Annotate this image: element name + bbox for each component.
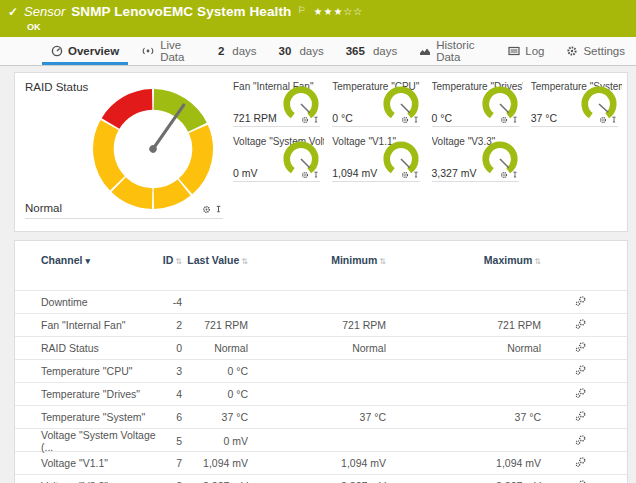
tab-label: days [299, 45, 323, 57]
tab-label: days [373, 45, 397, 57]
gauge-icon [51, 45, 63, 57]
last-value-cell: 721 RPM [182, 319, 248, 331]
last-value-cell: 0 mV [182, 435, 248, 447]
channel-gauge-card[interactable]: Temperature "System" 37 °C [529, 76, 622, 131]
minimum-cell: 721 RPM [248, 319, 386, 331]
channel-settings-icon[interactable] [575, 479, 587, 483]
pin-icon[interactable] [312, 171, 320, 179]
historic-data-icon [419, 45, 431, 57]
raid-status-gauge [91, 87, 215, 211]
table-row[interactable]: Voltage "System Voltage (... 5 0 mV [15, 428, 627, 451]
column-header-minimum[interactable]: Minimum⇅ [248, 254, 386, 267]
channel-cell: Fan "Internal Fan" [41, 319, 156, 331]
gauge-value: 37 °C [531, 112, 557, 124]
last-value-cell: 37 °C [182, 411, 248, 423]
gauge-value: 0 mV [233, 167, 258, 179]
gear-icon[interactable] [301, 171, 309, 179]
sort-icon: ⇅ [379, 257, 386, 266]
sensor-kind-label: Sensor [24, 4, 65, 19]
tab-live-data[interactable]: Live Data [130, 37, 207, 65]
channel-cell: Temperature "Drives" [41, 388, 156, 400]
raid-gauge-title: RAID Status [25, 81, 88, 93]
gear-icon[interactable] [301, 116, 309, 124]
tab-overview[interactable]: Overview [40, 37, 130, 65]
raid-gauge-segment-green [154, 99, 198, 127]
table-row[interactable]: Temperature "Drives" 4 0 °C [15, 382, 627, 405]
channel-cell: RAID Status [41, 342, 156, 354]
raid-gauge-segment-yellow [103, 125, 117, 183]
tab-number: 30 [279, 45, 292, 57]
channel-settings-icon[interactable] [575, 318, 587, 332]
gear-icon[interactable] [202, 205, 211, 214]
channel-cell: Voltage "System Voltage (... [41, 429, 156, 453]
tab-settings[interactable]: Settings [555, 37, 636, 65]
table-row[interactable]: Temperature "System" 6 37 °C 37 °C 37 °C [15, 405, 627, 428]
table-row[interactable]: Fan "Internal Fan" 2 721 RPM 721 RPM 721… [15, 313, 627, 336]
channel-settings-icon[interactable] [575, 364, 587, 378]
tab-2-days[interactable]: 2 days [207, 37, 268, 65]
table-header-row: Channel▾ ID⇅ Last Value⇅ Minimum⇅ Maximu… [15, 251, 627, 290]
last-value-cell: 0 °C [182, 388, 248, 400]
last-value-cell: Normal [182, 342, 248, 354]
gear-icon[interactable] [500, 116, 508, 124]
sensor-title: SNMP LenovoEMC System Health [71, 4, 291, 19]
channel-settings-icon[interactable] [575, 434, 587, 448]
gear-icon[interactable] [599, 116, 607, 124]
column-header-id[interactable]: ID⇅ [156, 254, 182, 267]
pin-icon[interactable] [312, 116, 320, 124]
table-row[interactable]: Voltage "V1.1" 7 1,094 mV 1,094 mV 1,094… [15, 451, 627, 474]
channel-cell: Downtime [41, 296, 156, 308]
table-row[interactable]: Voltage "V3.3" 8 3,327 mV 3,327 mV 3,327… [15, 474, 627, 483]
channel-settings-icon[interactable] [575, 387, 587, 401]
maximum-cell: 721 RPM [386, 319, 541, 331]
tab-historic-data[interactable]: Historic Data [408, 37, 497, 65]
pin-icon[interactable] [412, 116, 420, 124]
channel-settings-icon[interactable] [575, 456, 587, 470]
sort-icon: ⇅ [241, 257, 248, 266]
pin-icon[interactable] [511, 171, 519, 179]
maximum-cell: 37 °C [386, 411, 541, 423]
priority-stars[interactable]: ★★★☆☆ [313, 6, 363, 17]
channel-gauge-card[interactable]: Voltage "System Voltage (12... 0 mV [231, 131, 324, 186]
gear-icon[interactable] [401, 171, 409, 179]
channel-gauge-card[interactable]: Voltage "V3.3" 3,327 mV [430, 131, 523, 186]
channel-settings-icon[interactable] [575, 341, 587, 355]
pin-icon[interactable] [214, 205, 223, 214]
tab-label: Historic Data [436, 39, 486, 63]
channel-gauge-card[interactable]: Voltage "V1.1" 1,094 mV [330, 131, 423, 186]
flag-icon[interactable]: ⚐ [297, 5, 305, 15]
tab-365-days[interactable]: 365 days [335, 37, 408, 65]
pin-icon[interactable] [412, 171, 420, 179]
raid-gauge-segment-yellow [186, 129, 203, 187]
gauge-value: 721 RPM [233, 112, 277, 124]
gear-icon[interactable] [401, 116, 409, 124]
channel-table: Channel▾ ID⇅ Last Value⇅ Minimum⇅ Maximu… [15, 251, 627, 483]
channel-settings-icon[interactable] [575, 410, 587, 424]
maximum-cell: 1,094 mV [386, 457, 541, 469]
tab-log[interactable]: Log [497, 37, 555, 65]
channel-gauge-grid: Fan "Internal Fan" 721 RPM Temperature "… [231, 76, 622, 186]
gauges-card: RAID Status Normal Fan "Internal Fan" [14, 72, 628, 232]
pin-icon[interactable] [610, 116, 618, 124]
channel-settings-icon[interactable] [575, 295, 587, 309]
id-cell: -4 [156, 296, 182, 308]
table-row[interactable]: RAID Status 0 Normal Normal Normal [15, 336, 627, 359]
column-header-last-value[interactable]: Last Value⇅ [182, 254, 248, 267]
table-row[interactable]: Temperature "CPU" 3 0 °C [15, 359, 627, 382]
channel-gauge-card[interactable]: Fan "Internal Fan" 721 RPM [231, 76, 324, 131]
column-label: Minimum [331, 254, 377, 266]
channel-gauge-card[interactable]: Temperature "CPU" 0 °C [330, 76, 423, 131]
tab-label: Overview [68, 45, 119, 57]
sensor-header: ✓ Sensor SNMP LenovoEMC System Health ⚐ … [0, 0, 636, 37]
sort-icon: ⇅ [175, 257, 182, 266]
table-row[interactable]: Downtime -4 [15, 290, 627, 313]
channel-gauge-card[interactable]: Temperature "Drives" 0 °C [430, 76, 523, 131]
minimum-cell: 1,094 mV [248, 457, 386, 469]
column-header-maximum[interactable]: Maximum⇅ [386, 254, 541, 267]
tab-30-days[interactable]: 30 days [268, 37, 335, 65]
gear-icon[interactable] [500, 171, 508, 179]
id-cell: 3 [156, 365, 182, 377]
column-header-channel[interactable]: Channel▾ [41, 254, 156, 267]
sorted-desc-icon: ▾ [85, 256, 90, 266]
pin-icon[interactable] [511, 116, 519, 124]
